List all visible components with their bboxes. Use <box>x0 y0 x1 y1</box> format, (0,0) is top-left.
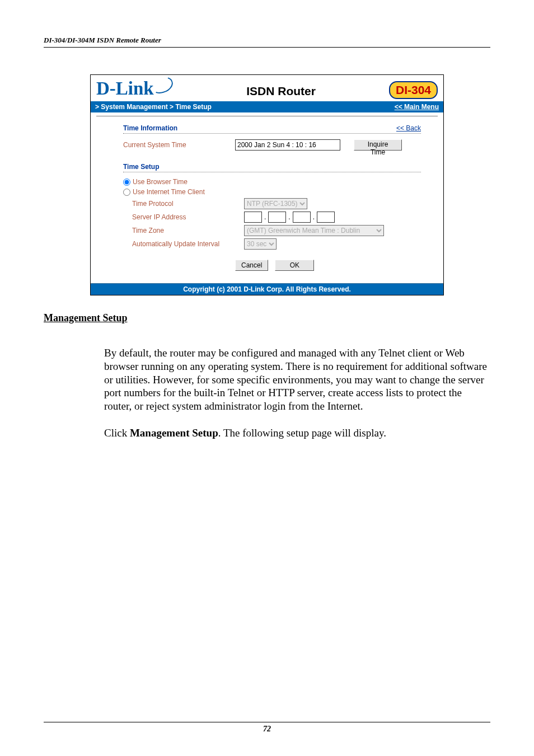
inquire-time-button[interactable]: Inquire Time <box>354 139 402 151</box>
header-title: ISDN Router <box>173 84 389 99</box>
update-interval-select[interactable]: 30 sec <box>244 238 277 250</box>
button-bar: Cancel OK <box>123 260 421 271</box>
screenshot-copyright: Copyright (c) 2001 D-Link Corp. All Righ… <box>91 283 443 295</box>
ip-octet-3[interactable] <box>293 212 311 223</box>
ip-octet-2[interactable] <box>268 212 286 223</box>
ip-octet-4[interactable] <box>317 212 335 223</box>
label-update-interval: Automatically Update Interval <box>123 240 244 248</box>
row-time-zone: Time Zone (GMT) Greenwich Mean Time : Du… <box>123 225 421 236</box>
page-footer: 72 <box>44 722 490 734</box>
radio-internet-time-input[interactable] <box>123 189 130 196</box>
radio-internet-time[interactable]: Use Internet Time Client <box>123 188 421 196</box>
panel: Time Information << Back Current System … <box>91 116 443 276</box>
heading-management-setup: Management Setup <box>44 312 490 324</box>
current-time-field[interactable] <box>235 139 340 151</box>
time-zone-select[interactable]: (GMT) Greenwich Mean Time : Dublin <box>244 225 384 236</box>
time-info-title: Time Information <box>123 124 177 132</box>
model-badge: DI-304 <box>389 81 438 99</box>
main-menu-link[interactable]: << Main Menu <box>395 103 439 111</box>
back-link[interactable]: << Back <box>396 124 421 132</box>
dlink-logo: D-Link <box>96 78 173 99</box>
time-protocol-select[interactable]: NTP (RFC-1305) <box>244 198 307 209</box>
logo-text: D-Link <box>96 78 154 98</box>
row-server-ip: Server IP Address . . . <box>123 212 421 223</box>
label-time-protocol: Time Protocol <box>123 200 244 208</box>
row-time-protocol: Time Protocol NTP (RFC-1305) <box>123 198 421 209</box>
ok-button[interactable]: OK <box>275 260 314 271</box>
breadcrumb: > System Management > Time Setup <box>95 103 212 111</box>
label-current-time: Current System Time <box>123 141 235 149</box>
screenshot-header: D-Link ISDN Router DI-304 <box>91 75 443 101</box>
paragraph-1: By default, the router may be configured… <box>44 346 490 413</box>
row-current-time: Current System Time Inquire Time <box>123 139 421 151</box>
running-header: DI-304/DI-304M ISDN Remote Router <box>44 36 490 48</box>
section-time-setup: Time Setup <box>123 163 421 172</box>
label-server-ip: Server IP Address <box>123 213 244 221</box>
section-time-information: Time Information << Back <box>123 124 421 134</box>
router-screenshot: D-Link ISDN Router DI-304 > System Manag… <box>90 74 444 295</box>
radio-browser-time[interactable]: Use Browser Time <box>123 178 421 186</box>
radio-browser-time-label: Use Browser Time <box>133 178 188 186</box>
ip-octet-1[interactable] <box>244 212 262 223</box>
radio-internet-time-label: Use Internet Time Client <box>133 188 205 196</box>
cancel-button[interactable]: Cancel <box>235 260 268 271</box>
radio-browser-time-input[interactable] <box>123 179 130 186</box>
server-ip-group: . . . <box>244 212 421 223</box>
paragraph-2: Click Management Setup. The following se… <box>44 426 490 440</box>
breadcrumb-bar: > System Management > Time Setup << Main… <box>91 101 443 112</box>
row-update-interval: Automatically Update Interval 30 sec <box>123 238 421 250</box>
time-setup-title: Time Setup <box>123 163 159 171</box>
label-time-zone: Time Zone <box>123 227 244 234</box>
page-number: 72 <box>263 725 271 733</box>
